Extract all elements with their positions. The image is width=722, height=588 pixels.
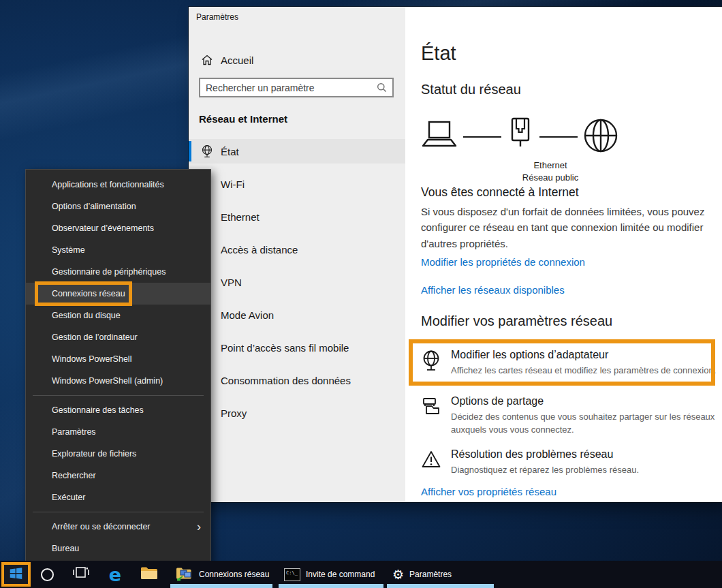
sidebar-item-label: Accueil	[221, 55, 253, 66]
connection-type: Réseau public	[486, 172, 615, 184]
settings-window: Paramètres Accueil Réseau et Internet Ét…	[189, 7, 722, 502]
taskbar: e Connexions réseau C:\_ Invite de comma…	[0, 561, 722, 588]
network-adapter-icon	[201, 144, 213, 158]
settings-main: État Statut du réseau Ethernet	[405, 7, 722, 502]
edge-icon: e	[109, 566, 121, 584]
gear-icon: ⚙	[392, 568, 404, 581]
sidebar-item-home[interactable]: Accueil	[189, 48, 405, 72]
search-icon[interactable]	[377, 82, 387, 93]
connection-name: Ethernet	[486, 159, 615, 172]
menu-separator	[33, 395, 204, 396]
link-show-available-networks[interactable]: Afficher les réseaux disponibles	[421, 284, 565, 296]
winx-item-power-options[interactable]: Options d’alimentation	[26, 196, 210, 217]
task-view-button[interactable]	[69, 561, 93, 588]
taskbar-active-indicator	[279, 584, 383, 588]
connected-heading: Vous êtes connecté à Internet	[421, 185, 579, 200]
chevron-right-icon: ›	[197, 521, 201, 533]
desktop: Paramètres Accueil Réseau et Internet Ét…	[0, 0, 722, 588]
taskbar-active-indicator	[170, 584, 272, 588]
option-description: Affichez les cartes réseau et modifiez l…	[451, 365, 716, 377]
window-title: Paramètres	[196, 12, 238, 22]
cortana-icon	[41, 568, 54, 581]
sidebar-section-title: Réseau et Internet	[199, 113, 287, 125]
folder-icon	[140, 566, 158, 583]
laptop-icon	[420, 119, 458, 155]
winx-item-device-manager[interactable]: Gestionnaire de périphériques	[26, 261, 210, 283]
connected-description: Si vous disposez d'un forfait de données…	[421, 204, 722, 251]
taskbar-active-indicator	[387, 584, 494, 588]
option-title: Modifier les options d’adaptateur	[451, 349, 716, 361]
start-button[interactable]	[1, 562, 31, 587]
edge-button[interactable]: e	[102, 561, 128, 588]
status-heading: Statut du réseau	[421, 82, 521, 97]
menu-separator	[33, 512, 204, 512]
task-view-icon	[72, 566, 90, 583]
sidebar-item-hotspot[interactable]: Point d’accès sans fil mobile	[189, 335, 405, 360]
option-troubleshoot[interactable]: Résolution des problèmes réseau Diagnost…	[421, 448, 639, 477]
winx-item-task-manager[interactable]: Gestionnaire des tâches	[26, 399, 210, 421]
windows-logo-icon	[9, 566, 23, 583]
winx-menu: Applications et fonctionnalités Options …	[25, 169, 211, 564]
ethernet-icon	[507, 117, 534, 157]
page-title: État	[421, 42, 456, 65]
taskbar-app-label: Connexions réseau	[199, 570, 269, 579]
winx-item-computer-management[interactable]: Gestion de l’ordinateur	[26, 326, 210, 348]
link-change-connection-properties[interactable]: Modifier les propriétés de connexion	[421, 256, 585, 268]
settings-sidebar: Paramètres Accueil Réseau et Internet Ét…	[189, 7, 405, 502]
search-input[interactable]	[200, 82, 377, 93]
winx-item-powershell[interactable]: Windows PowerShell	[26, 348, 210, 370]
option-sharing[interactable]: Options de partage Décidez des contenus …	[421, 395, 722, 437]
option-description: Décidez des contenus que vous souhaitez …	[451, 411, 722, 437]
connection-label: Ethernet Réseau public	[486, 159, 615, 183]
settings-search	[199, 78, 394, 97]
sidebar-item-wifi[interactable]: Wi-Fi	[189, 172, 405, 196]
winx-item-network-connections[interactable]: Connexions réseau	[26, 283, 210, 305]
winx-item-system[interactable]: Système	[26, 239, 210, 261]
option-title: Options de partage	[451, 395, 722, 407]
network-connections-icon	[176, 566, 193, 584]
winx-item-run[interactable]: Exécuter	[26, 486, 210, 508]
network-status-diagram: Ethernet Réseau public	[420, 116, 619, 158]
winx-item-disk-management[interactable]: Gestion du disque	[26, 305, 210, 326]
sidebar-item-etat[interactable]: État	[189, 139, 405, 164]
winx-item-file-explorer[interactable]: Explorateur de fichiers	[26, 443, 210, 465]
winx-item-desktop[interactable]: Bureau	[26, 538, 210, 559]
winx-item-shutdown[interactable]: Arrêter ou se déconnecter ›	[26, 516, 210, 538]
sidebar-item-label: État	[221, 146, 239, 157]
sidebar-item-data-usage[interactable]: Consommation des données	[189, 368, 405, 392]
link-view-network-properties[interactable]: Afficher vos propriétés réseau	[421, 486, 556, 497]
sidebar-item-vpn[interactable]: VPN	[189, 270, 405, 294]
option-adapter-settings[interactable]: Modifier les options d’adaptateur Affich…	[421, 349, 716, 377]
sharing-options-icon	[421, 395, 441, 437]
home-icon	[201, 53, 213, 67]
option-title: Résolution des problèmes réseau	[451, 448, 639, 461]
sidebar-item-proxy[interactable]: Proxy	[189, 401, 405, 425]
warning-triangle-icon	[421, 448, 441, 477]
connection-line	[539, 136, 578, 138]
taskbar-app-label: Paramètres	[409, 570, 452, 579]
globe-icon	[582, 117, 619, 157]
connection-line	[463, 136, 501, 138]
winx-item-search[interactable]: Rechercher	[26, 465, 210, 486]
cortana-button[interactable]	[37, 561, 57, 588]
network-adapter-icon	[421, 349, 441, 377]
sidebar-item-acces-distance[interactable]: Accès à distance	[189, 237, 405, 262]
winx-item-event-viewer[interactable]: Observateur d’événements	[26, 217, 210, 239]
winx-item-settings[interactable]: Paramètres	[26, 421, 210, 443]
sidebar-item-mode-avion[interactable]: Mode Avion	[189, 303, 405, 327]
winx-item-apps-features[interactable]: Applications et fonctionnalités	[26, 174, 210, 196]
file-explorer-button[interactable]	[136, 561, 162, 588]
sidebar-item-ethernet[interactable]: Ethernet	[189, 204, 405, 229]
winx-item-powershell-admin[interactable]: Windows PowerShell (admin)	[26, 370, 210, 392]
command-prompt-icon: C:\_	[284, 568, 300, 581]
taskbar-app-label: Invite de command	[306, 570, 375, 579]
change-settings-heading: Modifier vos paramètres réseau	[421, 313, 612, 329]
option-description: Diagnostiquez et réparez les problèmes r…	[451, 464, 639, 477]
